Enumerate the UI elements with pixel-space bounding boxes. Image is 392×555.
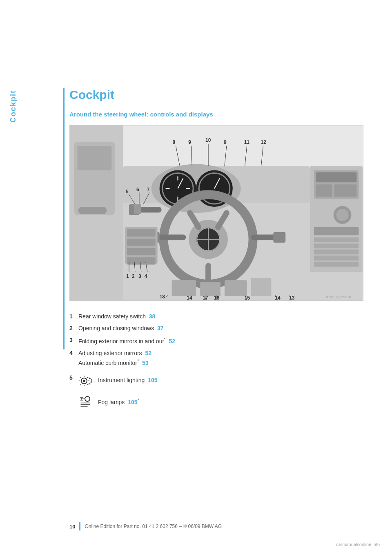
svg-rect-50 xyxy=(127,239,156,246)
list-item-5: 5 xyxy=(69,373,372,411)
page-number: 10 xyxy=(69,524,75,530)
svg-text:RCK-10(US)01-R: RCK-10(US)01-R xyxy=(326,295,352,299)
page-ref-3[interactable]: 52 xyxy=(169,338,175,345)
svg-text:7: 7 xyxy=(147,187,150,192)
footer-line xyxy=(79,522,80,530)
svg-text:5: 5 xyxy=(126,189,129,195)
svg-rect-15 xyxy=(314,244,359,248)
page-ref-2[interactable]: 37 xyxy=(157,325,164,331)
main-content: Cockpit Around the steering wheel: contr… xyxy=(69,0,372,411)
svg-rect-17 xyxy=(314,256,359,261)
fog-lamps-icon xyxy=(78,394,93,409)
instrument-lighting-label: Instrument lighting 105 xyxy=(98,377,158,383)
item-number-3: 3 xyxy=(69,336,78,345)
page-ref-1[interactable]: 38 xyxy=(149,313,156,320)
svg-marker-111 xyxy=(80,398,82,400)
item-text-3: Folding exterior mirrors in and out* 52 xyxy=(78,336,372,346)
instrument-lighting-row: Instrument lighting 105 xyxy=(78,373,158,387)
svg-text:18: 18 xyxy=(160,294,165,300)
page-footer: 10 Online Edition for Part no. 01 41 2 6… xyxy=(69,522,372,530)
page-container: Cockpit Cockpit Around the steering whee… xyxy=(0,0,392,555)
page-ref-5a[interactable]: 105 xyxy=(148,377,157,383)
item-number-4: 4 xyxy=(69,349,78,358)
svg-line-107 xyxy=(87,377,88,378)
asterisk-3: * xyxy=(164,337,165,342)
item-number-2: 2 xyxy=(69,324,78,333)
instrument-lighting-icon xyxy=(78,373,93,387)
svg-point-12 xyxy=(336,209,349,221)
svg-text:1: 1 xyxy=(126,273,129,279)
svg-rect-4 xyxy=(78,146,112,170)
item-number-5: 5 xyxy=(69,373,78,381)
svg-rect-8 xyxy=(316,172,357,182)
svg-text:17: 17 xyxy=(203,295,208,300)
svg-text:11: 11 xyxy=(244,139,250,145)
asterisk-4: * xyxy=(137,358,139,363)
item-5-icons: Instrument lighting 105 xyxy=(78,373,158,411)
sidebar-label: Cockpit xyxy=(9,90,18,123)
svg-text:14: 14 xyxy=(187,295,192,300)
svg-text:2: 2 xyxy=(132,273,135,279)
svg-rect-5 xyxy=(78,207,107,214)
diagram-svg: 1 2 3 4 5 6 7 8 9 xyxy=(70,125,363,300)
svg-rect-46 xyxy=(225,280,247,296)
svg-point-99 xyxy=(83,380,85,382)
list-item: 3 Folding exterior mirrors in and out* 5… xyxy=(69,336,372,346)
svg-text:8: 8 xyxy=(173,139,176,145)
list-item: 2 Opening and closing windows 37 xyxy=(69,324,372,333)
footer-text: Online Edition for Part no. 01 41 2 602 … xyxy=(85,524,222,529)
svg-rect-13 xyxy=(314,227,359,235)
svg-text:16: 16 xyxy=(214,295,220,300)
svg-rect-14 xyxy=(314,237,359,242)
svg-line-105 xyxy=(87,384,88,385)
svg-rect-51 xyxy=(127,248,156,255)
svg-rect-18 xyxy=(314,262,359,266)
page-ref-4b[interactable]: 53 xyxy=(142,359,149,366)
svg-text:9: 9 xyxy=(224,139,227,145)
svg-text:10: 10 xyxy=(205,137,211,143)
svg-rect-47 xyxy=(251,278,272,296)
svg-rect-44 xyxy=(172,280,196,296)
svg-rect-55 xyxy=(134,204,141,209)
fog-lamps-label: Fog lamps 105* xyxy=(98,398,139,405)
asterisk-5b: * xyxy=(138,398,139,403)
svg-rect-10 xyxy=(334,184,357,197)
cockpit-diagram: 1 2 3 4 5 6 7 8 9 xyxy=(69,125,363,301)
item-list: 1 Rear window safety switch 38 2 Opening… xyxy=(69,312,372,411)
svg-text:12: 12 xyxy=(261,139,266,145)
svg-text:14: 14 xyxy=(275,295,281,300)
page-title: Cockpit xyxy=(69,88,372,102)
svg-rect-52 xyxy=(127,257,156,264)
item-text-4: Adjusting exterior mirrors 52 Automatic … xyxy=(78,349,372,367)
item-text-2: Opening and closing windows 37 xyxy=(78,324,372,333)
item-text-1: Rear window safety switch 38 xyxy=(78,312,372,321)
item-number-1: 1 xyxy=(69,312,78,321)
svg-text:13: 13 xyxy=(289,295,295,300)
svg-text:3: 3 xyxy=(138,273,141,279)
svg-rect-9 xyxy=(316,184,332,197)
svg-line-104 xyxy=(80,377,81,378)
fog-lamps-row: Fog lamps 105* xyxy=(78,394,158,409)
svg-rect-40 xyxy=(158,235,186,240)
svg-rect-49 xyxy=(127,229,156,237)
svg-point-110 xyxy=(85,396,90,401)
svg-text:9: 9 xyxy=(188,139,191,145)
svg-text:6: 6 xyxy=(136,187,139,192)
page-ref-4[interactable]: 52 xyxy=(145,350,151,356)
watermark: carmanualsonline.info xyxy=(336,542,380,547)
list-item: 4 Adjusting exterior mirrors 52 Automati… xyxy=(69,349,372,367)
list-item: 1 Rear window safety switch 38 xyxy=(69,312,372,321)
svg-text:4: 4 xyxy=(145,273,147,279)
svg-rect-45 xyxy=(200,282,220,296)
svg-rect-16 xyxy=(314,250,359,255)
svg-line-106 xyxy=(80,384,81,385)
svg-rect-43 xyxy=(273,232,285,243)
section-subtitle: Around the steering wheel: controls and … xyxy=(69,111,372,118)
page-ref-5b[interactable]: 105 xyxy=(128,399,137,405)
svg-text:15: 15 xyxy=(245,295,250,300)
svg-rect-56 xyxy=(134,209,141,214)
sidebar-border-line xyxy=(63,88,65,349)
